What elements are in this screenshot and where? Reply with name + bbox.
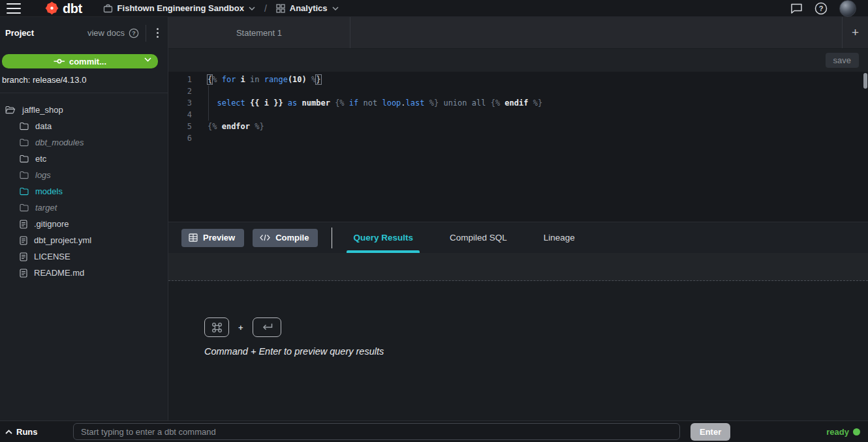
account-selector[interactable]: Fishtown Engineering Sandbox <box>103 3 255 13</box>
save-button[interactable]: save <box>826 53 859 68</box>
code-text <box>192 109 208 121</box>
hamburger-menu-icon[interactable] <box>7 3 21 14</box>
status-dot <box>853 428 860 435</box>
topbar: dbt Fishtown Engineering Sandbox / <box>0 0 868 17</box>
tree-item-target[interactable]: target <box>0 199 168 216</box>
dbt-logo-icon <box>44 1 59 16</box>
folder-icon <box>20 138 29 147</box>
code-text: select {{ i }} as number {% if not loop.… <box>192 97 542 109</box>
tree-item-data[interactable]: data <box>0 118 168 134</box>
dbt-logo: dbt <box>44 1 82 16</box>
code-editor[interactable]: 1{% for i in range(10) %}23 select {{ i … <box>168 72 868 222</box>
enter-key-icon <box>253 317 281 337</box>
tree-item-models[interactable]: models <box>0 183 168 199</box>
svg-text:?: ? <box>819 5 824 12</box>
code-line[interactable]: 5{% endfor %} <box>168 121 868 132</box>
results-tab-query-results[interactable]: Query Results <box>347 222 420 253</box>
editor-tab[interactable]: Statement 1 <box>168 17 350 48</box>
branch-label: branch: release/4.13.0 <box>0 74 168 91</box>
tree-item-jaffle-shop[interactable]: jaffle_shop <box>0 102 168 118</box>
status-label: ready <box>826 427 849 437</box>
dbt-cloud-ide: dbt Fishtown Engineering Sandbox / <box>0 0 868 442</box>
file-icon <box>20 220 27 229</box>
empty-state-hint: Command + Enter to preview query results <box>204 346 384 357</box>
tree-item-label: LICENSE <box>34 252 70 261</box>
sidebar: Project view docs ? commit... bran <box>0 17 168 420</box>
tree-item-label: etc <box>35 154 46 164</box>
tree-item-label: target <box>35 203 57 213</box>
line-number: 2 <box>168 85 192 97</box>
commit-label: commit... <box>69 57 106 66</box>
tree-item-label: logs <box>35 170 51 180</box>
tree-item-label: README.md <box>34 268 84 278</box>
folder-icon <box>20 171 29 179</box>
tree-item-label: dbt_modules <box>35 138 84 147</box>
folder-icon <box>20 187 29 196</box>
commit-button[interactable]: commit... <box>2 54 158 68</box>
line-number: 6 <box>168 132 192 144</box>
tree-item-license[interactable]: LICENSE <box>0 248 168 265</box>
folder-icon <box>20 203 29 212</box>
dbt-command-input[interactable] <box>73 423 680 440</box>
code-line[interactable]: 4 <box>168 109 868 121</box>
tree-item-dbt-project-yml[interactable]: dbt_project.yml <box>0 232 168 248</box>
line-number: 3 <box>168 97 192 109</box>
code-line[interactable]: 1{% for i in range(10) %} <box>168 74 868 85</box>
tree-item-label: models <box>35 186 63 196</box>
file-icon <box>20 269 27 278</box>
table-icon <box>189 233 198 242</box>
chevron-down-icon <box>144 57 151 62</box>
question-circle-icon: ? <box>129 28 139 38</box>
new-tab-button[interactable]: + <box>842 17 868 48</box>
file-icon <box>20 236 27 245</box>
code-line[interactable]: 2 <box>168 85 868 97</box>
tree-item-label: data <box>35 121 52 131</box>
enter-button[interactable]: Enter <box>690 423 730 441</box>
tree-item--gitignore[interactable]: .gitignore <box>0 216 168 232</box>
folder-icon <box>20 122 29 130</box>
results-grid-header <box>168 253 868 281</box>
chevron-up-icon <box>5 430 12 434</box>
tree-item-etc[interactable]: etc <box>0 151 168 167</box>
kebab-menu-icon[interactable] <box>153 25 163 40</box>
tree-item-logs[interactable]: logs <box>0 167 168 183</box>
code-text: {% for i in range(10) %} <box>192 74 321 85</box>
results-tab-lineage[interactable]: Lineage <box>537 222 581 253</box>
chat-icon[interactable] <box>790 3 803 14</box>
code-line[interactable]: 6 <box>168 132 868 144</box>
results-toolbar: Preview Compile Query ResultsCompiled SQ… <box>168 222 868 253</box>
sidebar-header: Project view docs ? <box>0 17 168 49</box>
plus-separator: + <box>238 323 243 332</box>
editor-scrollbar[interactable] <box>863 73 867 89</box>
help-icon[interactable]: ? <box>814 2 828 15</box>
results-tab-compiled-sql[interactable]: Compiled SQL <box>443 222 514 253</box>
view-docs-link[interactable]: view docs ? <box>87 28 139 38</box>
user-avatar[interactable] <box>839 0 856 17</box>
editor-actions-row: save <box>168 49 868 72</box>
plus-icon: + <box>852 25 859 40</box>
compile-button[interactable]: Compile <box>253 229 318 247</box>
preview-button[interactable]: Preview <box>181 229 244 247</box>
runs-toggle[interactable]: Runs <box>5 427 38 437</box>
grid-icon <box>276 4 285 13</box>
tree-item-readme-md[interactable]: README.md <box>0 265 168 281</box>
compile-label: Compile <box>275 233 309 243</box>
line-number: 1 <box>168 74 192 85</box>
editor-tabbar: Statement 1 + <box>168 17 868 49</box>
code-line[interactable]: 3 select {{ i }} as number {% if not loo… <box>168 97 868 109</box>
code-text <box>192 132 208 144</box>
tree-item-label: dbt_project.yml <box>34 235 91 245</box>
tree-item-dbt-modules[interactable]: dbt_modules <box>0 134 168 151</box>
sidebar-title: Project <box>5 28 87 38</box>
svg-text:?: ? <box>132 30 136 37</box>
command-key-icon <box>204 317 229 337</box>
folder-icon <box>20 155 29 163</box>
file-tree: jaffle_shopdatadbt_modulesetclogsmodelst… <box>0 93 168 281</box>
line-number: 5 <box>168 121 192 132</box>
code-text <box>192 85 208 97</box>
code-text: {% endfor %} <box>192 121 264 132</box>
project-selector[interactable]: Analytics <box>276 3 339 13</box>
logo-text: dbt <box>63 2 82 15</box>
project-name: Analytics <box>290 3 328 13</box>
file-icon <box>20 252 27 261</box>
